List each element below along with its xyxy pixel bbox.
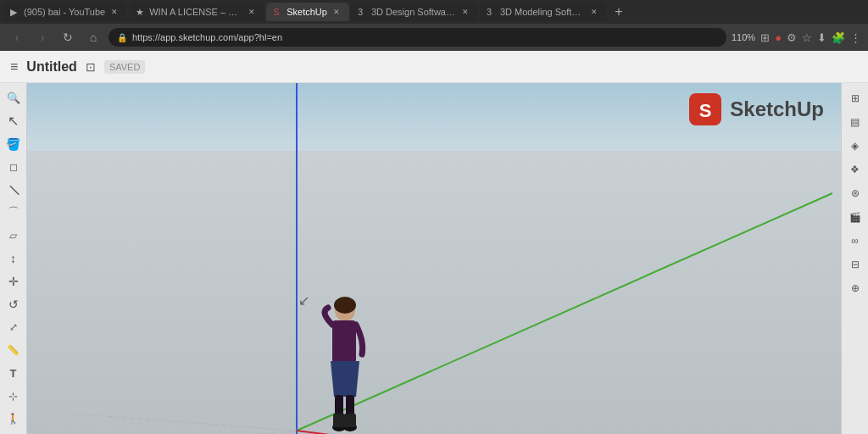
app-wrapper: ▶ (905) bai - YouTube ✕ ★ WIN A LICENSE … xyxy=(0,0,868,434)
solid-tools-button[interactable]: ∞ xyxy=(845,231,865,251)
new-tab-button[interactable]: + xyxy=(609,3,629,21)
toolbar-right: 110% ⊞ ● ⚙ ☆ ⬇ 🧩 ⋮ xyxy=(732,31,861,44)
layers-button[interactable]: ▤ xyxy=(845,112,865,132)
hamburger-menu-icon[interactable]: ≡ xyxy=(10,59,18,75)
svg-text:S: S xyxy=(699,100,712,121)
shape-tool-button[interactable]: ▱ xyxy=(3,225,24,245)
sketchup-logo-text: SketchUp xyxy=(730,97,824,121)
svg-rect-12 xyxy=(333,414,345,427)
3d-pricing-favicon: 3 xyxy=(487,7,497,17)
app-header: ≡ Untitled ⊡ SAVED xyxy=(0,51,868,83)
3d-viewport[interactable]: ↙ S SketchUp xyxy=(27,83,841,434)
panels-button[interactable]: ⊞ xyxy=(845,88,865,108)
svg-rect-7 xyxy=(332,320,356,363)
profile-icon[interactable]: ● xyxy=(775,31,782,44)
tab-3d-pricing[interactable]: 3 3D Modeling Software Pricin… ✕ xyxy=(480,3,607,21)
line-tool-button[interactable]: | xyxy=(0,175,27,203)
materials-button[interactable]: ◈ xyxy=(845,136,865,156)
move-tool-button[interactable]: ✛ xyxy=(3,272,24,292)
tags-button[interactable]: ⊟ xyxy=(845,254,865,275)
zoom-level: 110% xyxy=(732,32,755,42)
entity-info-button[interactable]: ⊕ xyxy=(845,278,865,298)
svg-rect-13 xyxy=(344,414,356,427)
sketchup-logo-icon: S xyxy=(687,92,723,127)
tab-sketchup[interactable]: S SketchUp ✕ xyxy=(266,3,349,21)
search-tool-button[interactable]: 🔍 xyxy=(3,88,24,108)
rotate-tool-button[interactable]: ↺ xyxy=(3,295,24,314)
tab-sketchup-close[interactable]: ✕ xyxy=(331,6,342,18)
styles-button[interactable]: ⊛ xyxy=(845,183,865,203)
tab-bar: ▶ (905) bai - YouTube ✕ ★ WIN A LICENSE … xyxy=(0,0,868,24)
document-title: Untitled xyxy=(26,59,77,75)
tab-youtube-close[interactable]: ✕ xyxy=(108,6,120,18)
scale-tool-button[interactable]: ⤢ xyxy=(3,318,24,337)
reload-button[interactable]: ↻ xyxy=(58,27,78,47)
text-tool-button[interactable]: T xyxy=(3,364,24,383)
saved-badge: SAVED xyxy=(104,60,145,74)
extensions2-icon[interactable]: 🧩 xyxy=(832,31,845,44)
svg-line-1 xyxy=(297,193,832,431)
tab-youtube[interactable]: ▶ (905) bai - YouTube ✕ xyxy=(3,3,127,21)
components-button[interactable]: ❖ xyxy=(845,159,865,180)
svg-line-3 xyxy=(70,414,297,431)
tab-skills[interactable]: ★ WIN A LICENSE – The Skills Fa… ✕ xyxy=(129,3,264,21)
right-toolbar: ⊞ ▤ ◈ ❖ ⊛ 🎬 ∞ ⊟ ⊕ xyxy=(841,83,868,434)
tab-youtube-label: (905) bai - YouTube xyxy=(24,7,105,17)
forward-button[interactable]: › xyxy=(32,27,53,47)
svg-line-2 xyxy=(297,431,832,434)
save-icon[interactable]: ⊡ xyxy=(86,60,96,74)
scenes-button[interactable]: 🎬 xyxy=(845,207,865,227)
settings-icon[interactable]: ⚙ xyxy=(787,31,797,44)
select-tool-button[interactable]: ↖ xyxy=(3,111,24,131)
sketchup-logo: S SketchUp xyxy=(687,92,824,127)
svg-line-4 xyxy=(112,431,297,434)
svg-text:↙: ↙ xyxy=(298,293,309,308)
menu-dots-icon[interactable]: ⋮ xyxy=(850,31,861,44)
back-button[interactable]: ‹ xyxy=(7,27,27,47)
address-toolbar: ‹ › ↻ ⌂ 🔒 https://app.sketchup.com/app?h… xyxy=(0,24,868,51)
tab-3d-design[interactable]: 3 3D Design Software | 3D Mo… ✕ xyxy=(351,3,478,21)
tab-3d-pricing-close[interactable]: ✕ xyxy=(588,6,600,18)
address-bar[interactable]: 🔒 https://app.sketchup.com/app?hl=en xyxy=(108,28,726,47)
3d-design-favicon: 3 xyxy=(358,7,368,17)
tab-3d-design-label: 3D Design Software | 3D Mo… xyxy=(371,7,456,17)
svg-point-6 xyxy=(334,297,356,314)
youtube-favicon: ▶ xyxy=(10,7,20,17)
tab-sketchup-label: SketchUp xyxy=(287,7,327,17)
browser-chrome: ▶ (905) bai - YouTube ✕ ★ WIN A LICENSE … xyxy=(0,0,868,51)
tab-3d-pricing-label: 3D Modeling Software Pricin… xyxy=(500,7,585,17)
left-toolbar: 🔍 ↖ 🪣 ◻ | ⌒ ▱ ↕ ✛ ↺ ⤢ 📏 T ⊹ 🚶 xyxy=(0,83,27,434)
push-pull-tool-button[interactable]: ↕ xyxy=(3,248,24,268)
extensions-icon[interactable]: ⊞ xyxy=(760,31,770,44)
viewport-wrapper: 🔍 ↖ 🪣 ◻ | ⌒ ▱ ↕ ✛ ↺ ⤢ 📏 T ⊹ 🚶 xyxy=(0,83,868,434)
skills-favicon: ★ xyxy=(136,7,146,17)
tab-skills-label: WIN A LICENSE – The Skills Fa… xyxy=(149,7,242,17)
axes-tool-button[interactable]: ⊹ xyxy=(3,387,24,406)
viewport-svg: ↙ xyxy=(27,83,841,434)
eraser-tool-button[interactable]: ◻ xyxy=(3,157,24,176)
download-icon[interactable]: ⬇ xyxy=(817,31,826,44)
sketchup-favicon: S xyxy=(273,7,283,17)
home-button[interactable]: ⌂ xyxy=(83,27,103,47)
arc-tool-button[interactable]: ⌒ xyxy=(3,203,24,222)
paint-tool-button[interactable]: 🪣 xyxy=(3,134,24,153)
url-text: https://app.sketchup.com/app?hl=en xyxy=(132,32,718,42)
lock-icon: 🔒 xyxy=(117,33,127,42)
walk-tool-button[interactable]: 🚶 xyxy=(3,409,24,429)
tape-tool-button[interactable]: 📏 xyxy=(3,341,24,360)
tab-skills-close[interactable]: ✕ xyxy=(246,6,258,18)
bookmark-icon[interactable]: ☆ xyxy=(802,31,812,44)
tab-3d-design-close[interactable]: ✕ xyxy=(459,6,471,18)
